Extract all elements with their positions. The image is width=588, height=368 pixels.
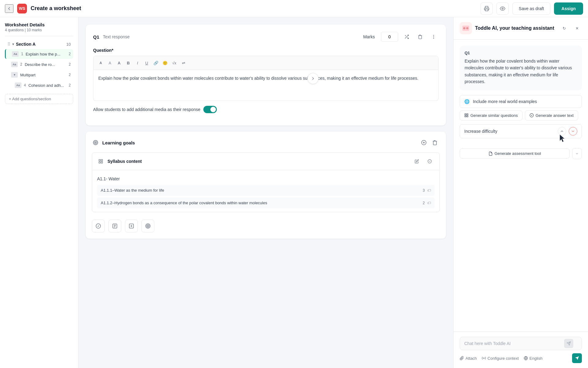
ai-panel: Toddle AI, your teaching assistant ↻ ✕ Q… (453, 17, 588, 368)
ai-header: Toddle AI, your teaching assistant ↻ ✕ (454, 17, 588, 40)
section-header[interactable]: ⠿ ▾ Section A 10 (5, 40, 73, 48)
language-button[interactable]: English (524, 356, 543, 361)
add-questions-button[interactable]: + Add questions/section (5, 94, 73, 104)
math-btn[interactable]: √x (170, 59, 179, 67)
media-label: Allow students to add additional media a… (93, 107, 200, 112)
suggestion-text: Include more real world examples (473, 99, 537, 104)
send-chat-button[interactable] (572, 353, 582, 363)
marks-input[interactable] (381, 32, 398, 42)
question-type: Text response (103, 34, 130, 39)
question-item-3[interactable]: ▾ Multipart 2 (5, 70, 73, 80)
ai-q-text: Explain how the polar covalent bonds wit… (465, 58, 577, 85)
svg-rect-34 (467, 114, 468, 115)
font-color-btn[interactable]: A (106, 59, 114, 67)
learning-goals-card: Learning goals (86, 132, 446, 239)
syllabus-title: Syllabus content (107, 159, 409, 164)
svg-rect-12 (101, 159, 103, 161)
heading-btn[interactable]: A (115, 59, 123, 67)
generate-answer-label: Generate answer text (536, 113, 574, 118)
chat-send-button[interactable] (564, 339, 573, 348)
text-action-button[interactable] (108, 220, 121, 232)
edit-syllabus-button[interactable] (412, 156, 422, 166)
syllabus-child-count-2: 2 (423, 201, 425, 205)
svg-point-7 (95, 142, 96, 143)
q-type-icon-2: Aa (11, 62, 18, 67)
print-button[interactable] (481, 2, 493, 15)
q-num-1: 1 (21, 52, 23, 56)
main-content: Q1 Text response Marks Question* (78, 17, 453, 246)
emoji-btn[interactable]: 🙂 (161, 59, 169, 67)
delete-question-button[interactable] (415, 32, 425, 42)
chat-actions-bar: Attach Configure context English (460, 353, 582, 363)
add-learning-goal-button[interactable] (419, 138, 429, 148)
question-item-2[interactable]: Aa 2 Describe the ro... 2 (5, 59, 73, 69)
q-label-3: Multipart (20, 73, 66, 77)
bold-btn[interactable]: B (124, 59, 133, 67)
section-chevron-icon: ▾ (12, 42, 14, 46)
ai-body: Q1 Explain how the polar covalent bonds … (454, 40, 588, 332)
configure-context-button[interactable]: Configure context (482, 356, 519, 361)
svg-rect-28 (462, 26, 469, 31)
svg-rect-14 (99, 162, 100, 163)
remove-syllabus-button[interactable] (425, 156, 435, 166)
more-options-button[interactable] (429, 32, 439, 42)
generate-assessment-label: Generate assessment tool (495, 151, 541, 156)
chat-input[interactable] (460, 337, 582, 350)
ai-q-label: Q1 (465, 51, 577, 55)
delete-learning-goal-button[interactable] (430, 138, 440, 148)
q-marks-3: 2 (69, 73, 71, 77)
question-number: Q1 (93, 34, 99, 40)
topbar: WS Create a worksheet Save as draft Assi… (0, 0, 588, 17)
save-draft-button[interactable]: Save as draft (512, 2, 551, 15)
ai-close-button[interactable]: ✕ (572, 23, 582, 33)
ai-refresh-button[interactable]: ↻ (559, 23, 569, 33)
q-type-icon-4: Aa (15, 82, 21, 88)
tag-icon-2: 🏷 (427, 201, 431, 205)
attach-button[interactable]: Attach (460, 356, 477, 361)
ai-chat-area: Attach Configure context English (454, 332, 588, 368)
generate-similar-button[interactable]: Generate similar questions (460, 110, 522, 121)
q-type-icon-3: ▾ (11, 72, 18, 78)
assign-button[interactable]: Assign (554, 2, 583, 15)
add-action-button[interactable] (125, 220, 138, 232)
question-item-4[interactable]: Aa 4 Cohesion and adh... 2 (5, 80, 73, 90)
syllabus-child-1: A1.1.1–Water as the medium for life 3 🏷 (97, 185, 435, 196)
italic-btn[interactable]: I (133, 59, 142, 67)
syllabus-child-text-2: A1.1.2–Hydrogen bonds as a consequence o… (101, 201, 420, 205)
link-btn[interactable]: 🔗 (152, 59, 160, 67)
sidebar-title: Worksheet Details (5, 22, 73, 27)
preview-button[interactable] (496, 2, 509, 15)
sidebar: Worksheet Details 4 questions | 10 marks… (0, 17, 78, 368)
syllabus-parent: A1.1- Water (97, 174, 435, 184)
check-action-button[interactable] (92, 220, 105, 232)
question-text[interactable]: Explain how the polar covalent bonds wit… (93, 70, 438, 101)
question-card: Q1 Text response Marks Question* (86, 25, 446, 125)
page-title: Create a worksheet (31, 5, 81, 12)
marks-label: Marks (363, 34, 375, 39)
svg-rect-11 (99, 159, 100, 161)
media-toggle[interactable] (203, 106, 217, 113)
difficulty-down-button[interactable] (569, 127, 577, 136)
question-item-1[interactable]: Aa 1 Explain how the p... 2 (5, 49, 73, 59)
q-type-icon-1: Aa (12, 51, 19, 57)
configure-label: Configure context (488, 356, 519, 361)
suggestion-real-world[interactable]: 🌐 Include more real world examples (460, 95, 582, 108)
q-marks-4: 2 (69, 83, 71, 87)
svg-point-1 (502, 8, 503, 9)
back-button[interactable] (5, 4, 13, 13)
generate-answer-button[interactable]: Generate answer text (525, 110, 578, 121)
font-size-btn[interactable]: A (96, 59, 105, 67)
svg-point-31 (464, 28, 465, 29)
target-action-button[interactable] (141, 220, 154, 232)
underline-btn[interactable]: U (142, 59, 151, 67)
arrows-btn[interactable]: ⇌ (179, 59, 188, 67)
generate-assessment-button[interactable]: Generate assessment tool (460, 148, 570, 159)
q-marks-2: 2 (69, 62, 71, 67)
generate-dropdown-button[interactable] (572, 148, 582, 159)
scramble-button[interactable] (402, 32, 412, 42)
sidebar-meta: 4 questions | 10 marks (5, 28, 73, 32)
svg-rect-36 (465, 116, 466, 117)
toggle-ai-panel-button[interactable] (307, 73, 318, 84)
question-editor[interactable]: A A A B I U 🔗 🙂 √x ⇌ Explain how the pol… (93, 56, 439, 101)
media-toggle-row: Allow students to add additional media a… (93, 106, 439, 113)
